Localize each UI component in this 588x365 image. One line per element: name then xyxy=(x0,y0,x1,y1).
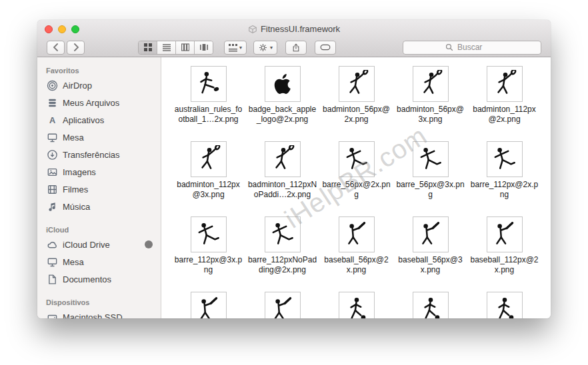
baseball-icon xyxy=(195,296,223,318)
file-item[interactable] xyxy=(245,292,319,318)
search-input[interactable] xyxy=(456,42,499,53)
sidebar-section: Favoritos AirDrop Meus Arquivos Aplicati… xyxy=(37,64,161,215)
sidebar-item[interactable]: iCloud Drive xyxy=(37,236,161,253)
file-thumbnail[interactable] xyxy=(413,141,449,177)
group-by-button[interactable]: ▾ xyxy=(224,41,247,55)
baseball-icon xyxy=(269,296,297,318)
file-item[interactable] xyxy=(467,292,541,318)
file-item[interactable]: baseball_112px@2x.png xyxy=(467,216,541,292)
column-view-button[interactable] xyxy=(176,41,195,54)
file-item[interactable]: barre_56px@2x.png xyxy=(319,141,393,216)
file-thumbnail[interactable] xyxy=(339,292,375,318)
soccer-icon xyxy=(417,296,445,318)
file-item[interactable]: badminton_56px@3x.png xyxy=(393,66,467,141)
file-item[interactable]: badge_back_apple_logo@2x.png xyxy=(245,66,319,141)
coverflow-view-button[interactable] xyxy=(195,41,213,54)
file-item[interactable] xyxy=(319,292,393,318)
back-button[interactable] xyxy=(47,41,65,55)
search-icon xyxy=(445,43,453,51)
file-item[interactable]: barre_112pxNoPadding@2x.png xyxy=(245,216,319,292)
files-icon xyxy=(47,97,58,109)
share-button[interactable] xyxy=(285,41,307,55)
sidebar-section-list: iCloud Drive Mesa Documentos xyxy=(37,236,161,288)
file-thumbnail[interactable] xyxy=(413,216,449,252)
sidebar-item[interactable]: Mesa xyxy=(37,253,161,270)
sidebar-item[interactable]: Macintosh SSD xyxy=(37,308,161,318)
file-thumbnail[interactable] xyxy=(487,141,523,177)
file-item[interactable]: badminton_112px@2x.png xyxy=(467,66,541,141)
file-item[interactable]: baseball_56px@2x.png xyxy=(319,216,393,292)
forward-button[interactable] xyxy=(67,41,85,55)
sidebar-item-label: Mesa xyxy=(63,133,84,143)
desktop-icon xyxy=(47,132,58,143)
list-view-icon xyxy=(163,43,171,51)
file-grid: australian_rules_football_1…2x.png badge… xyxy=(161,57,551,318)
file-thumbnail[interactable] xyxy=(413,292,449,318)
sidebar-section: Dispositivos Macintosh SSD xyxy=(37,296,161,318)
sidebar-item[interactable]: AirDrop xyxy=(37,77,161,94)
images-icon xyxy=(47,167,58,178)
sidebar: Favoritos AirDrop Meus Arquivos Aplicati… xyxy=(37,57,161,318)
file-thumbnail[interactable] xyxy=(191,216,227,252)
titlebar[interactable]: FitnessUI.framework xyxy=(37,20,551,38)
file-name: badge_back_apple_logo@2x.png xyxy=(248,105,317,125)
file-item[interactable]: barre_112px@2x.png xyxy=(467,141,541,216)
file-item[interactable]: barre_112px@3x.png xyxy=(171,216,245,292)
coverflow-view-icon xyxy=(200,43,208,51)
sidebar-item-label: Macintosh SSD xyxy=(63,312,123,319)
file-item[interactable] xyxy=(393,292,467,318)
file-thumbnail[interactable] xyxy=(413,66,449,102)
share-icon xyxy=(291,43,301,53)
football-icon xyxy=(195,70,223,98)
sidebar-item-label: Filmes xyxy=(63,184,88,194)
list-view-button[interactable] xyxy=(157,41,176,54)
file-thumbnail[interactable] xyxy=(265,141,301,177)
file-thumbnail[interactable] xyxy=(339,216,375,252)
sidebar-item-label: iCloud Drive xyxy=(63,240,110,250)
chevron-down-icon: ▾ xyxy=(270,45,273,51)
file-name: baseball_112px@2x.png xyxy=(470,255,539,275)
file-item[interactable]: badminton_56px@2x.png xyxy=(319,66,393,141)
sidebar-item[interactable]: Transferências xyxy=(37,146,161,163)
sidebar-item[interactable]: Imagens xyxy=(37,163,161,181)
gear-icon xyxy=(258,43,268,53)
sidebar-item[interactable]: Mesa xyxy=(37,129,161,146)
file-thumbnail[interactable] xyxy=(487,292,523,318)
file-thumbnail[interactable] xyxy=(339,141,375,177)
file-item[interactable]: australian_rules_football_1…2x.png xyxy=(171,66,245,141)
file-thumbnail[interactable] xyxy=(265,292,301,318)
finder-window: FitnessUI.framework xyxy=(37,20,551,318)
badminton-icon xyxy=(491,70,519,98)
file-item[interactable]: badminton_112pxNoPaddi…2x.png xyxy=(245,141,319,216)
badminton-icon xyxy=(269,145,297,173)
sidebar-section-title: Dispositivos xyxy=(37,296,161,308)
sidebar-item[interactable]: Meus Arquivos xyxy=(37,94,161,111)
file-thumbnail[interactable] xyxy=(265,216,301,252)
sidebar-item[interactable]: Música xyxy=(37,198,161,215)
file-thumbnail[interactable] xyxy=(339,66,375,102)
tag-icon xyxy=(320,43,331,51)
sidebar-item[interactable]: Documentos xyxy=(37,270,161,288)
file-thumbnail[interactable] xyxy=(191,141,227,177)
file-item[interactable]: barre_56px@3x.png xyxy=(393,141,467,216)
file-item[interactable] xyxy=(171,292,245,318)
barre-icon xyxy=(417,145,445,173)
file-thumbnail[interactable] xyxy=(487,66,523,102)
file-name: barre_56px@3x.png xyxy=(396,180,465,200)
sidebar-item[interactable]: Aplicativos xyxy=(37,111,161,129)
action-button[interactable]: ▾ xyxy=(253,41,277,55)
view-switcher xyxy=(138,41,213,55)
file-thumbnail[interactable] xyxy=(487,216,523,252)
file-thumbnail[interactable] xyxy=(191,292,227,318)
downloads-icon xyxy=(47,149,58,161)
icon-view-button[interactable] xyxy=(139,41,157,54)
sidebar-item[interactable]: Filmes xyxy=(37,181,161,198)
file-item[interactable]: badminton_112px@3x.png xyxy=(171,141,245,216)
tags-button[interactable] xyxy=(315,41,336,55)
file-thumbnail[interactable] xyxy=(265,66,301,102)
file-name: badminton_112px@3x.png xyxy=(174,180,243,200)
grid-view-icon xyxy=(144,43,152,51)
file-thumbnail[interactable] xyxy=(191,66,227,102)
file-item[interactable]: baseball_56px@3x.png xyxy=(393,216,467,292)
search-field[interactable] xyxy=(403,41,541,55)
